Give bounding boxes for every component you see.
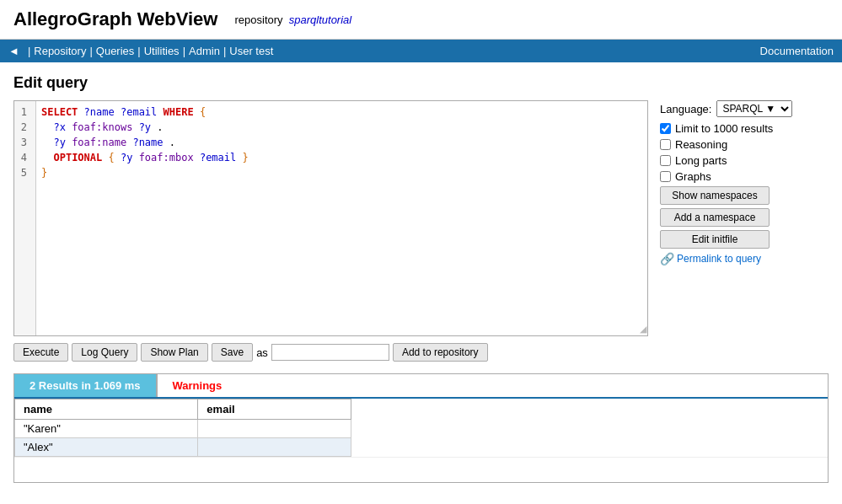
show-namespaces-button[interactable]: Show namespaces (660, 186, 770, 205)
repo-info: repository sparqltutorial (234, 13, 351, 26)
nav-left: ◄ | Repository | Queries | Utilities | A… (8, 45, 273, 57)
results-tabs: 2 Results in 1.069 ms Warnings (14, 374, 828, 397)
nav-item-utilities[interactable]: Utilities (144, 45, 180, 57)
resize-handle-icon: ◢ (640, 324, 646, 335)
result-email-2 (198, 438, 351, 457)
save-button[interactable]: Save (212, 343, 253, 362)
nav-sep-0: | (28, 45, 30, 57)
table-row: "Karen" (15, 420, 351, 438)
reasoning-label: Reasoning (675, 138, 727, 151)
long-parts-label: Long parts (675, 154, 727, 167)
graphs-checkbox[interactable] (660, 171, 671, 182)
line-numbers: 1 2 3 4 5 (14, 101, 36, 335)
results-footer (14, 457, 828, 482)
long-parts-row: Long parts (660, 154, 829, 167)
results-table-container: name email "Karen" "Alex" (14, 397, 828, 457)
results-table: name email "Karen" "Alex" (14, 399, 351, 457)
code-content[interactable]: SELECT ?name ?email WHERE { ?x foaf:know… (36, 101, 647, 335)
graphs-label: Graphs (675, 170, 711, 183)
nav-item-queries[interactable]: Queries (96, 45, 135, 57)
main-layout: 1 2 3 4 5 SELECT ?name ?email WHERE { ?x… (13, 100, 829, 336)
nav-item-user-test[interactable]: User test (229, 45, 273, 57)
show-plan-button[interactable]: Show Plan (141, 343, 207, 362)
app-title: AllegroGraph WebView (13, 8, 217, 30)
code-editor-display[interactable]: 1 2 3 4 5 SELECT ?name ?email WHERE { ?x… (13, 100, 648, 336)
graphs-row: Graphs (660, 170, 829, 183)
long-parts-checkbox[interactable] (660, 155, 671, 166)
table-row: "Alex" (15, 438, 351, 457)
app-header: AllegroGraph WebView repository sparqltu… (0, 0, 842, 40)
right-panel: Language: SPARQL ▼ PROLOG Limit to 1000 … (660, 100, 829, 265)
edit-initfile-button[interactable]: Edit initfile (660, 230, 770, 249)
execute-button[interactable]: Execute (13, 343, 68, 362)
result-name-2: "Alex" (15, 438, 198, 457)
nav-arrow-icon: ◄ (8, 45, 19, 57)
limit-checkbox[interactable] (660, 123, 671, 134)
language-select[interactable]: SPARQL ▼ PROLOG (716, 100, 792, 117)
col-name: name (15, 399, 198, 420)
nav-item-admin[interactable]: Admin (189, 45, 220, 57)
reasoning-row: Reasoning (660, 138, 829, 151)
add-namespace-button[interactable]: Add a namespace (660, 208, 770, 227)
documentation-link[interactable]: Documentation (760, 45, 834, 57)
link-icon: 🔗 (660, 252, 674, 265)
limit-label: Limit to 1000 results (675, 122, 773, 135)
repo-name: sparqltutorial (289, 13, 351, 26)
page-content: Edit query 1 2 3 4 5 SELECT ?name ?email… (0, 62, 842, 495)
permalink-link[interactable]: 🔗 Permalink to query (660, 252, 829, 265)
reasoning-checkbox[interactable] (660, 139, 671, 150)
result-name-1: "Karen" (15, 420, 198, 438)
warnings-tab[interactable]: Warnings (157, 374, 238, 397)
editor-wrapper: 1 2 3 4 5 SELECT ?name ?email WHERE { ?x… (13, 100, 648, 336)
results-table-body: "Karen" "Alex" (15, 420, 351, 457)
page-title: Edit query (13, 74, 829, 92)
nav-right: Documentation (760, 45, 834, 57)
permalink-label: Permalink to query (677, 253, 761, 265)
result-email-1 (198, 420, 351, 438)
results-header-row: name email (15, 399, 351, 420)
save-as-input[interactable] (271, 344, 389, 361)
repo-label: repository (234, 13, 282, 26)
button-bar: Execute Log Query Show Plan Save as Add … (13, 343, 829, 362)
results-tab-active[interactable]: 2 Results in 1.069 ms (14, 374, 157, 397)
navbar: ◄ | Repository | Queries | Utilities | A… (0, 40, 842, 62)
add-to-repository-button[interactable]: Add to repository (393, 343, 488, 362)
language-row: Language: SPARQL ▼ PROLOG (660, 100, 829, 117)
results-area: 2 Results in 1.069 ms Warnings name emai… (13, 373, 829, 483)
col-email: email (198, 399, 351, 420)
results-table-head: name email (15, 399, 351, 420)
language-label: Language: (660, 103, 711, 115)
as-label: as (256, 346, 268, 359)
limit-row: Limit to 1000 results (660, 122, 829, 135)
nav-item-repository[interactable]: Repository (34, 45, 86, 57)
log-query-button[interactable]: Log Query (72, 343, 137, 362)
